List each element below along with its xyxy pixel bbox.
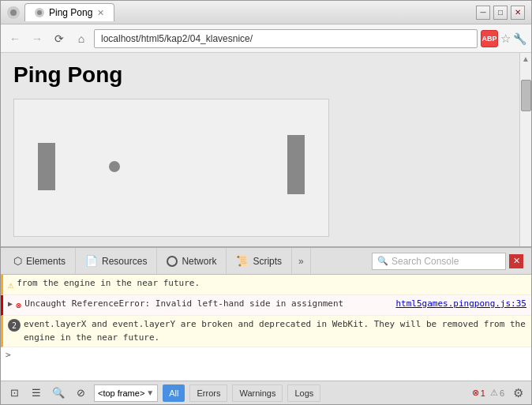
tab-title: Ping Pong [49,7,92,18]
tab-favicon [35,8,44,17]
errors-filter-button[interactable]: Errors [189,384,227,402]
preserve-log-button[interactable]: ☰ [28,384,45,402]
scrollbar-track[interactable]: ▲ [519,53,531,246]
console-line-text: Uncaught ReferenceError: Invalid left-ha… [24,298,386,311]
all-filter-button[interactable]: All [163,384,185,402]
minimize-button[interactable]: ─ [476,6,490,20]
tab-network[interactable]: Network [157,248,227,274]
scroll-thumb[interactable] [521,80,531,111]
close-button[interactable]: ✕ [511,6,525,20]
prompt-symbol: > [6,350,11,360]
tab-close-icon[interactable]: ✕ [97,8,104,18]
bookmark-button[interactable]: ☆ [500,32,511,46]
frame-label: <top frame> [98,388,144,398]
clear-search-button[interactable]: ✕ [509,254,523,268]
network-icon [167,256,178,267]
console-line: ⚠ from the engine in the near future. [1,275,531,295]
frame-dropdown-icon: ▼ [146,388,154,397]
page-main: Ping Pong [1,53,519,246]
adblock-button[interactable]: ABP [481,30,498,47]
page-area: Ping Pong ▲ [1,53,531,246]
back-button[interactable]: ← [6,29,24,48]
home-button[interactable]: ⌂ [72,29,91,48]
console-line-text: from the engine in the near future. [17,277,526,291]
favicon [7,6,20,19]
expand-icon[interactable]: ▶ [8,298,13,309]
resources-icon: 📄 [85,255,98,267]
repeat-count-badge: 2 [8,319,21,332]
console-line-text: event.layerX and event.layerY are broken… [24,318,526,344]
warnings-filter-button[interactable]: Warnings [232,384,283,402]
content-area: Ping Pong ▲ ⬡ [1,53,531,404]
game-canvas [13,99,329,237]
logs-filter-button[interactable]: Logs [287,384,320,402]
window-controls: ─ □ ✕ [476,6,525,20]
error-source-link[interactable]: html5games.pingpong.js:35 [395,298,526,311]
console-search-input[interactable]: 🔍 Search Console [372,253,506,270]
devtools-tabs: ⬡ Elements 📄 Resources Network 📜 Scripts… [1,248,531,275]
browser-window: Ping Pong ✕ ─ □ ✕ ← → ⟳ ⌂ localhost/html… [0,0,532,405]
warning-triangle-icon: ⚠ [490,388,498,398]
warning-icon: ⚠ [8,278,13,292]
paddle-right [287,135,305,194]
error-icon: ⊗ [16,298,21,313]
maximize-button[interactable]: □ [493,6,508,20]
error-count-badge: ⊗ 1 [472,388,485,398]
nav-bar: ← → ⟳ ⌂ localhost/html5/kap2/04_klavesni… [1,24,531,53]
console-line: ▶ ⊗ Uncaught ReferenceError: Invalid lef… [1,295,531,316]
ball [109,161,120,172]
console-input[interactable] [14,350,526,360]
devtools-settings-button[interactable]: ⚙ [509,384,526,402]
tab-scripts[interactable]: 📜 Scripts [227,248,292,274]
devtools-search-area: 🔍 Search Console ✕ [311,253,528,270]
tab-elements[interactable]: ⬡ Elements [4,248,76,274]
console-line: 2 event.layerX and event.layerY are brok… [1,316,531,347]
search-icon: 🔍 [377,256,388,266]
elements-icon: ⬡ [13,255,22,267]
nav-right: ABP ☆ 🔧 [481,30,526,47]
warning-count-badge: ⚠ 6 [490,388,504,398]
scripts-icon: 📜 [236,255,249,267]
address-bar[interactable]: localhost/html5/kap2/04_klavesnice/ [94,29,478,48]
devtools-bottom-bar: ⊡ ☰ 🔍 ⊘ <top frame> ▼ All Errors Warning… [1,381,531,404]
search-placeholder: Search Console [392,256,459,267]
forward-button[interactable]: → [28,29,47,48]
devtools-panel: ⬡ Elements 📄 Resources Network 📜 Scripts… [1,246,531,404]
console-prompt: > [1,347,531,362]
more-tabs-button[interactable]: » [292,248,311,274]
error-circle-icon: ⊗ [472,388,479,398]
page-title: Ping Pong [13,62,507,88]
reload-button[interactable]: ⟳ [50,29,69,48]
clear-console-button[interactable]: ⊡ [6,384,23,402]
tab-resources[interactable]: 📄 Resources [76,248,157,274]
url-text: localhost/html5/kap2/04_klavesnice/ [101,33,470,44]
browser-tab[interactable]: Ping Pong ✕ [24,3,114,21]
frame-selector[interactable]: <top frame> ▼ [94,384,158,402]
filter-button[interactable]: 🔍 [50,384,67,402]
block-button[interactable]: ⊘ [72,384,89,402]
scroll-up-arrow[interactable]: ▲ [521,53,531,64]
settings-button[interactable]: 🔧 [513,32,526,45]
page-inner: Ping Pong [1,53,519,246]
console-output: ⚠ from the engine in the near future. ▶ … [1,275,531,381]
paddle-left [38,143,55,190]
title-bar: Ping Pong ✕ ─ □ ✕ [1,1,531,24]
